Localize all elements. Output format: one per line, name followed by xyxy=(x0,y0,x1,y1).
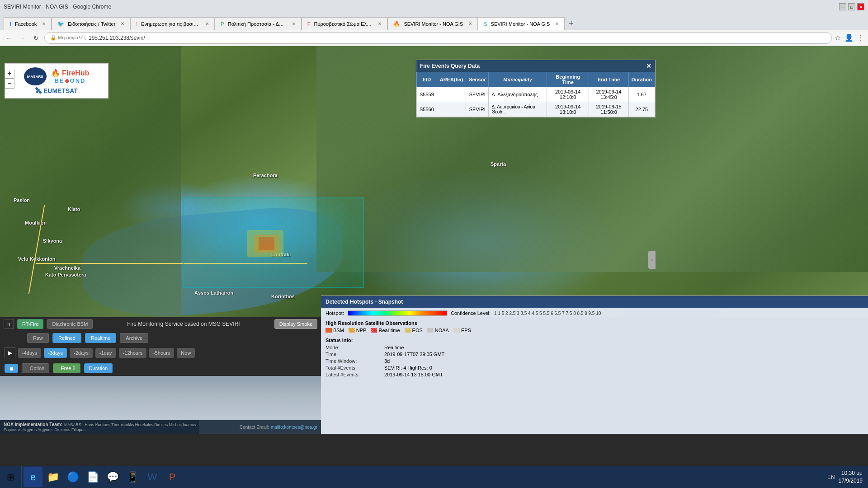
time-label: Time: xyxy=(326,352,384,357)
rt-fire-label: RT-Fire xyxy=(22,321,38,327)
archive-button[interactable]: Archive xyxy=(120,333,148,343)
minus12hours-button[interactable]: -12hours xyxy=(119,348,146,358)
diachronic-label: Diachronic BSM xyxy=(52,321,88,327)
maximize-button[interactable]: □ xyxy=(848,3,855,10)
events-label: Total #Events: xyxy=(326,365,384,371)
tab-twitter[interactable]: 🐦 Ειδοποιήσεις / Twitter ✕ xyxy=(52,17,130,30)
realtime-button[interactable]: Realtime xyxy=(85,333,116,343)
tab-enimerwsi[interactable]: ! Ενημέρωση για τις βασικές πυρ... ✕ xyxy=(130,17,215,30)
zoom-in-button[interactable]: + xyxy=(5,69,14,79)
start-button[interactable]: ⊞ xyxy=(0,466,22,488)
hotspot-title: Detected Hotspots - Snapshot xyxy=(326,299,403,305)
close-button[interactable]: ✕ xyxy=(857,3,864,10)
minus4days-button[interactable]: -4days xyxy=(18,348,41,358)
tab-firehub[interactable]: 🔥 SEVIRI Monitor - NOA GIS ✕ xyxy=(387,17,478,30)
bsm-label: BSM xyxy=(333,328,344,333)
clock-time: 10:30 μμ xyxy=(839,469,863,477)
fire-events-close[interactable]: ✕ xyxy=(646,62,651,70)
tab-label: Facebook xyxy=(15,21,37,27)
display-smoke-button[interactable]: Display Smoke xyxy=(274,319,317,329)
table-row[interactable]: S5559 SEVIRI Δ. Αλεξανδρούπολης 2019-09-… xyxy=(417,87,655,102)
chrome-icon: 🔵 xyxy=(67,471,79,483)
taskbar-skype-icon[interactable]: 💬 xyxy=(103,467,122,487)
taskbar-explorer-icon[interactable]: 📁 xyxy=(43,467,62,487)
taskbar-ppt-icon[interactable]: P xyxy=(163,467,182,487)
eumetsat-logo: 🛰 EUMETSAT xyxy=(35,87,78,94)
back-button[interactable]: ← xyxy=(4,33,14,43)
tab-label: Ενημέρωση για τις βασικές πυρ... xyxy=(141,21,200,27)
new-tab-button[interactable]: + xyxy=(565,17,577,30)
tab-seviri[interactable]: S SEVIRI Monitor - NOA GIS ✕ xyxy=(478,17,565,30)
tab-close[interactable]: ✕ xyxy=(121,21,124,26)
taskbar-acrobat-icon[interactable]: 📄 xyxy=(83,467,102,487)
zoom-out-button[interactable]: − xyxy=(5,79,14,89)
fire-events-header: Fire Events Query Data ✕ xyxy=(416,60,655,72)
toggle-small[interactable]: ◼ xyxy=(5,364,18,373)
tab-close[interactable]: ✕ xyxy=(292,21,296,26)
system-clock[interactable]: 10:30 μμ 17/9/2019 xyxy=(839,469,863,485)
cell-eid-2: S5560 xyxy=(417,102,437,117)
confidence-values: 1 1.5 2 2.5 3 3.5 4 4.5 5 5.5 6 6.5 7 7.… xyxy=(494,311,601,316)
contact-label: Contact Email: xyxy=(240,425,269,430)
tab-favicon: f xyxy=(9,21,11,27)
duration-button[interactable]: Duration xyxy=(84,363,113,373)
status-events-row: Total #Events: SEVIRI: 4 HighRes: 0 xyxy=(326,365,863,371)
tab-pyrosvestiko[interactable]: F Πυροσβεστικό Σώμα Ελλάδας -... ✕ xyxy=(302,17,388,30)
window-value: 3d xyxy=(384,358,390,364)
logo-panel: IAASARS 🔥 FireHub BE◆OND 🛰 EUMETSAT xyxy=(5,63,108,99)
option-button[interactable]: - Option xyxy=(22,363,49,373)
table-row[interactable]: S5560 SEVIRI Δ. Λουτρακίου - Αγίου Θεοδ.… xyxy=(417,102,655,117)
reload-button[interactable]: ↻ xyxy=(31,33,42,43)
legend-npp: NPP xyxy=(349,328,367,333)
free2-button[interactable]: - Free 2 xyxy=(53,363,80,373)
taskbar-viber-icon[interactable]: 📱 xyxy=(123,467,142,487)
tab-close[interactable]: ✕ xyxy=(378,21,382,26)
nav-icons: ☆ 👤 ⋮ xyxy=(835,33,864,42)
address-bar[interactable]: 🔓 Μη ασφαλής 195.251.203.238/seviri/ xyxy=(44,32,832,44)
tab-favicon: F xyxy=(307,21,311,27)
bookmark-icon[interactable]: ☆ xyxy=(835,33,841,42)
taskbar-ie-icon[interactable]: e xyxy=(24,467,42,487)
tab-label: SEVIRI Monitor - NOA GIS xyxy=(404,21,463,27)
forward-button[interactable]: → xyxy=(17,33,28,43)
logo-row-top: IAASARS 🔥 FireHub BE◆OND xyxy=(24,67,90,85)
minus2days-button[interactable]: -2days xyxy=(70,348,93,358)
minimize-button[interactable]: ─ xyxy=(839,3,846,10)
realtime-color xyxy=(371,328,377,333)
fire-events-panel: Fire Events Query Data ✕ EID AREA(ha) Se… xyxy=(416,60,656,117)
now-button[interactable]: Now xyxy=(177,348,195,358)
eos-color xyxy=(405,328,411,333)
tab-close[interactable]: ✕ xyxy=(205,21,209,26)
tab-favicon: 🔥 xyxy=(393,21,400,27)
tab-bar: f Facebook ✕ 🐦 Ειδοποιήσεις / Twitter ✕ … xyxy=(0,14,868,30)
word-icon: W xyxy=(148,471,157,483)
tab-close[interactable]: ✕ xyxy=(42,21,46,26)
hires-title: High Resolution Satellite Observations xyxy=(326,320,417,326)
collapse-panel-button[interactable]: › xyxy=(648,251,656,269)
tab-close[interactable]: ✕ xyxy=(468,21,472,26)
status-latest-row: Latest #Events: 2019-09-14 13 15:00 GMT xyxy=(326,372,863,377)
mode-label: Mode: xyxy=(326,345,384,350)
tab-facebook[interactable]: f Facebook ✕ xyxy=(4,17,52,30)
raw-button[interactable]: Raw xyxy=(27,333,49,343)
refined-button[interactable]: Refined xyxy=(52,333,81,343)
taskbar-chrome-icon[interactable]: 🔵 xyxy=(63,467,82,487)
minus1day-button[interactable]: -1day xyxy=(95,348,116,358)
minus5hours-button[interactable]: -5hours xyxy=(149,348,174,358)
realtime-label: Realtime xyxy=(91,335,110,341)
play-pause-button[interactable]: ⏸ xyxy=(4,319,14,329)
menu-icon[interactable]: ⋮ xyxy=(857,33,864,42)
diachronic-button[interactable]: Diachronic BSM xyxy=(47,319,93,329)
contact-email: mailto:kontoes@noa.gr xyxy=(271,425,317,430)
cell-duration-2: 22.75 xyxy=(628,102,655,117)
service-label: Fire Monitoring Service based on MSG SEV… xyxy=(96,321,270,327)
profile-icon[interactable]: 👤 xyxy=(844,33,854,42)
rt-fire-button[interactable]: RT-Fire xyxy=(17,319,43,329)
noaa-label: NOAA xyxy=(435,328,449,333)
play-button[interactable]: ▶ xyxy=(5,347,15,358)
minus3days-button[interactable]: -3days xyxy=(44,348,67,358)
tab-politiki[interactable]: P Πολιτική Προστασία - Δήμος Ζα... ✕ xyxy=(215,17,301,30)
cell-begin-1: 2019-09-14 12:10:0 xyxy=(547,87,589,102)
tab-close-active[interactable]: ✕ xyxy=(555,21,559,26)
taskbar-word-icon[interactable]: W xyxy=(143,467,162,487)
